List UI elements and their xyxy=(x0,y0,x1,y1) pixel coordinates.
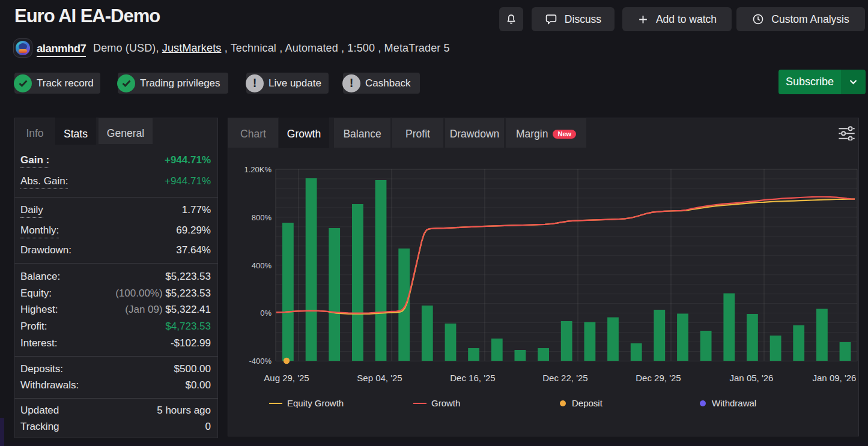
svg-text:Growth: Growth xyxy=(431,398,460,408)
svg-text:800%: 800% xyxy=(252,213,272,222)
svg-text:400%: 400% xyxy=(252,261,272,270)
svg-text:Jan 05, '26: Jan 05, '26 xyxy=(730,373,774,383)
svg-text:Aug 29, '25: Aug 29, '25 xyxy=(264,373,309,383)
svg-text:Withdrawal: Withdrawal xyxy=(712,398,756,408)
svg-text:Jan 09, '26: Jan 09, '26 xyxy=(813,373,857,383)
svg-text:0%: 0% xyxy=(260,309,272,318)
svg-text:-400%: -400% xyxy=(249,357,272,366)
svg-text:Deposit: Deposit xyxy=(572,398,603,408)
svg-text:Equity Growth: Equity Growth xyxy=(287,398,344,408)
svg-text:1.20K%: 1.20K% xyxy=(244,165,272,174)
svg-text:Dec 16, '25: Dec 16, '25 xyxy=(450,373,495,383)
svg-text:Dec 29, '25: Dec 29, '25 xyxy=(636,373,681,383)
svg-text:Dec 22, '25: Dec 22, '25 xyxy=(542,373,587,383)
svg-text:Sep 04, '25: Sep 04, '25 xyxy=(357,373,402,383)
